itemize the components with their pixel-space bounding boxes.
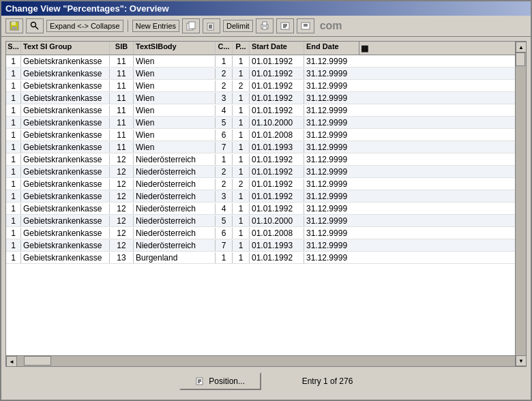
cell-body: Niederösterreich [134, 240, 216, 251]
cell-end: 31.12.9999 [304, 240, 359, 251]
cell-c: 3 [216, 93, 233, 104]
cell-body: Niederösterreich [134, 216, 216, 226]
position-button[interactable]: Position... [179, 372, 261, 390]
cell-body: Wien [134, 117, 216, 128]
cell-body: Burgenland [134, 252, 216, 263]
find-button[interactable] [26, 18, 44, 33]
cell-c: 2 [216, 68, 233, 79]
horizontal-scrollbar[interactable]: ◄ ► [6, 355, 526, 366]
new-entries-button[interactable]: New Entries [132, 20, 179, 32]
table-row[interactable]: 1 Gebietskrankenkasse 11 Wien 3 1 01.01.… [6, 92, 526, 104]
cell-body: Niederösterreich [134, 191, 216, 202]
cell-end: 31.12.9999 [304, 80, 359, 91]
cell-s: 1 [6, 105, 21, 116]
cell-start: 01.01.1993 [250, 142, 304, 153]
col-header-s: S... [6, 42, 21, 55]
col-header-text-si: Text SI Group [21, 42, 110, 55]
table-row[interactable]: 1 Gebietskrankenkasse 13 Burgenland 1 1 … [6, 252, 526, 264]
print-button[interactable] [256, 18, 274, 33]
table-row[interactable]: 1 Gebietskrankenkasse 12 Niederösterreic… [6, 215, 526, 227]
cell-p: 1 [233, 252, 250, 263]
new-entries-label: New Entries [136, 22, 176, 30]
cell-end: 31.12.9999 [304, 142, 359, 153]
cell-s: 1 [6, 68, 21, 79]
cell-text-si: Gebietskrankenkasse [21, 216, 110, 226]
save-button[interactable] [5, 18, 23, 33]
copy-button[interactable] [182, 18, 200, 33]
cell-sib: 11 [110, 105, 134, 116]
cell-sib: 11 [110, 93, 134, 104]
cell-start: 01.01.1992 [250, 252, 304, 263]
table-row[interactable]: 1 Gebietskrankenkasse 11 Wien 5 1 01.10.… [6, 117, 526, 129]
cell-p: 1 [233, 154, 250, 165]
cell-p: 2 [233, 80, 250, 91]
cell-p: 1 [233, 130, 250, 140]
vertical-scroll-thumb[interactable] [516, 55, 525, 66]
scroll-down-button[interactable]: ▼ [516, 355, 526, 366]
cell-sib: 12 [110, 166, 134, 177]
cell-c: 7 [216, 142, 233, 153]
table-row[interactable]: 1 Gebietskrankenkasse 12 Niederösterreic… [6, 227, 526, 239]
col-header-p: P... [233, 42, 250, 55]
cell-body: Niederösterreich [134, 179, 216, 190]
content-area: S... Text SI Group SIB TextSIBody C... P… [1, 37, 531, 400]
scroll-track[interactable] [516, 55, 526, 355]
cell-sib: 11 [110, 80, 134, 91]
scroll-left-button[interactable]: ◄ [6, 356, 17, 366]
svg-rect-1 [12, 22, 16, 25]
table-row[interactable]: 1 Gebietskrankenkasse 12 Niederösterreic… [6, 178, 526, 190]
vertical-scrollbar[interactable]: ▲ ▼ [515, 55, 526, 366]
move-button[interactable] [203, 18, 220, 33]
table-row[interactable]: 1 Gebietskrankenkasse 11 Wien 2 2 01.01.… [6, 80, 526, 92]
cell-text-si: Gebietskrankenkasse [21, 93, 110, 104]
table-row[interactable]: 1 Gebietskrankenkasse 12 Niederösterreic… [6, 190, 526, 203]
cell-end: 31.12.9999 [304, 68, 359, 79]
table-row[interactable]: 1 Gebietskrankenkasse 12 Niederösterreic… [6, 166, 526, 178]
cell-p: 1 [233, 105, 250, 116]
expand-collapse-button[interactable]: Expand <-> Collapse [46, 20, 123, 32]
cell-body: Niederösterreich [134, 166, 216, 177]
export-button[interactable] [276, 18, 294, 33]
cell-end: 31.12.9999 [304, 93, 359, 104]
position-label: Position... [209, 376, 245, 386]
cell-p: 1 [233, 142, 250, 153]
cell-text-si: Gebietskrankenkasse [21, 154, 110, 165]
cell-sib: 11 [110, 68, 134, 79]
cell-sib: 12 [110, 203, 134, 214]
table-row[interactable]: 1 Gebietskrankenkasse 12 Niederösterreic… [6, 239, 526, 252]
cell-s: 1 [6, 142, 21, 153]
cell-c: 2 [216, 179, 233, 190]
svg-rect-13 [263, 27, 267, 29]
table-row[interactable]: 1 Gebietskrankenkasse 12 Niederösterreic… [6, 203, 526, 215]
cell-c: 1 [216, 56, 233, 67]
cell-text-si: Gebietskrankenkasse [21, 179, 110, 190]
cell-body: Niederösterreich [134, 154, 216, 165]
cell-p: 1 [233, 166, 250, 177]
cell-start: 01.01.1992 [250, 179, 304, 190]
delimit-button[interactable]: Delimit [223, 20, 253, 32]
table-row[interactable]: 1 Gebietskrankenkasse 11 Wien 2 1 01.01.… [6, 68, 526, 80]
table-row[interactable]: 1 Gebietskrankenkasse 12 Niederösterreic… [6, 153, 526, 166]
entry-info: Entry 1 of 276 [302, 376, 353, 386]
column-settings-button[interactable]: ▦ [359, 42, 370, 55]
cell-c: 7 [216, 240, 233, 251]
delete-button[interactable] [297, 18, 314, 33]
table-row[interactable]: 1 Gebietskrankenkasse 11 Wien 7 1 01.01.… [6, 141, 526, 153]
table-row[interactable]: 1 Gebietskrankenkasse 11 Wien 1 1 01.01.… [6, 55, 526, 68]
cell-sib: 12 [110, 179, 134, 190]
horizontal-scroll-thumb[interactable] [24, 356, 51, 366]
data-table: S... Text SI Group SIB TextSIBody C... P… [5, 41, 527, 367]
cell-body: Niederösterreich [134, 203, 216, 214]
cell-text-si: Gebietskrankenkasse [21, 117, 110, 128]
cell-s: 1 [6, 203, 21, 214]
cell-c: 5 [216, 117, 233, 128]
cell-start: 01.01.1992 [250, 56, 304, 67]
cell-text-si: Gebietskrankenkasse [21, 142, 110, 153]
copy-icon [186, 20, 196, 31]
col-header-end: End Date [304, 42, 359, 55]
table-row[interactable]: 1 Gebietskrankenkasse 11 Wien 6 1 01.01.… [6, 129, 526, 141]
cell-sib: 12 [110, 191, 134, 202]
table-row[interactable]: 1 Gebietskrankenkasse 11 Wien 4 1 01.01.… [6, 104, 526, 117]
cell-start: 01.01.1992 [250, 166, 304, 177]
export-icon [280, 20, 291, 31]
